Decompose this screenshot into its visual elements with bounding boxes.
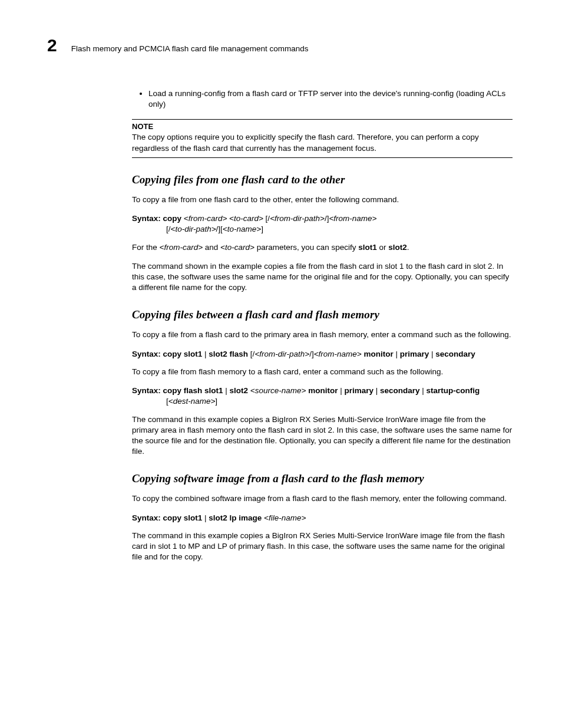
syntax-text: /][ xyxy=(216,225,223,233)
s1-intro: To copy a file from one flash card to th… xyxy=(132,195,513,205)
s3-syntax: Syntax: copy slot1 | slot2 lp image <fil… xyxy=(132,513,513,523)
s2-mid: To copy a file from flash memory to a fl… xyxy=(132,367,513,377)
note-label: NOTE xyxy=(132,122,513,131)
text-bold: slot2 xyxy=(388,243,407,252)
syntax-label: Syntax: xyxy=(132,513,163,522)
syntax-cmd: slot2 xyxy=(230,386,250,395)
syntax-cmd: secondary xyxy=(380,386,422,395)
syntax-cmd: slot2 flash xyxy=(209,350,250,358)
s2-intro: To copy a file from a flash card to the … xyxy=(132,330,513,340)
s3-para: The command in this example copies a Big… xyxy=(132,531,513,563)
syntax-cmd: primary xyxy=(400,350,431,358)
s2-syntax2-line2: [<dest-name>] xyxy=(166,396,513,407)
syntax-arg: <from-dir-path> xyxy=(254,350,309,358)
syntax-arg: <from-name> xyxy=(329,214,376,223)
syntax-cmd: copy slot1 xyxy=(163,350,205,358)
s2-syntax1: Syntax: copy slot1 | slot2 flash [/<from… xyxy=(132,349,513,360)
text-ital: <to-card> xyxy=(220,243,254,252)
bullet-list: Load a running-config from a flash card … xyxy=(132,88,513,110)
chapter-number: 2 xyxy=(47,35,57,55)
s1-syntax: Syntax: copy <from-card> <to-card> [/<fr… xyxy=(132,213,513,235)
s2-syntax2-line1: Syntax: copy flash slot1 | slot2 <source… xyxy=(132,386,513,396)
syntax-label: Syntax: xyxy=(132,350,163,358)
section-heading-2: Copying files between a flash card and f… xyxy=(132,308,513,321)
text: For the xyxy=(132,243,160,252)
syntax-cmd: slot2 lp image xyxy=(209,513,264,522)
syntax-cmd: copy slot1 xyxy=(163,513,205,522)
syntax-arg: <from-card> <to-card> xyxy=(184,214,266,223)
note-text: The copy options require you to explicit… xyxy=(132,132,513,153)
syntax-cmd: startup-config xyxy=(427,386,480,395)
page-header: 2 Flash memory and PCMCIA flash card fil… xyxy=(47,35,515,55)
s3-intro: To copy the combined software image from… xyxy=(132,493,513,504)
syntax-text: [/ xyxy=(266,214,270,223)
section-heading-3: Copying software image from a flash card… xyxy=(132,472,513,485)
syntax-cmd: copy xyxy=(163,214,184,223)
text: parameters, you can specify xyxy=(254,243,358,252)
text-bold: slot1 xyxy=(358,243,377,252)
syntax-cmd: monitor xyxy=(363,350,395,358)
syntax-cmd: secondary xyxy=(435,350,475,358)
rule-bottom xyxy=(132,157,513,158)
syntax-text: | xyxy=(225,386,229,395)
bullet-item: Load a running-config from a flash card … xyxy=(148,88,513,110)
text: and xyxy=(203,243,220,252)
running-head: Flash memory and PCMCIA flash card file … xyxy=(71,44,309,53)
syntax-arg: <source-name> xyxy=(250,386,308,395)
syntax-text: /] xyxy=(309,350,314,358)
syntax-arg: <to-dir-path> xyxy=(171,225,216,233)
s1-para2: The command shown in the example copies … xyxy=(132,261,513,294)
syntax-label: Syntax: xyxy=(132,386,163,395)
syntax-arg: <from-dir-path> xyxy=(270,214,325,223)
main-content: Load a running-config from a flash card … xyxy=(132,88,513,562)
syntax-arg: <to-name> xyxy=(223,225,261,233)
syntax-arg: <dest-name> xyxy=(168,397,216,406)
syntax-text: | xyxy=(376,386,380,395)
syntax-cmd: monitor xyxy=(308,386,340,395)
s2-para: The command in this example copies a Big… xyxy=(132,414,513,457)
syntax-text: | xyxy=(395,350,399,358)
syntax-arg: <file-name> xyxy=(264,513,306,522)
s2-syntax2: Syntax: copy flash slot1 | slot2 <source… xyxy=(132,386,513,407)
s1-para1: For the <from-card> and <to-card> parame… xyxy=(132,242,513,253)
syntax-text: ] xyxy=(261,225,263,233)
s1-syntax-line2: [/<to-dir-path>/][<to-name>] xyxy=(166,224,513,235)
s1-syntax-line1: Syntax: copy <from-card> <to-card> [/<fr… xyxy=(132,213,513,224)
syntax-text: ] xyxy=(215,397,217,406)
syntax-text: | xyxy=(422,386,426,395)
rule-top xyxy=(132,119,513,120)
syntax-cmd: copy flash slot1 xyxy=(163,386,226,395)
text: . xyxy=(407,243,409,252)
section-heading-1: Copying files from one flash card to the… xyxy=(132,173,513,186)
syntax-arg: <from-name> xyxy=(314,350,364,358)
syntax-text: [/ xyxy=(166,225,171,233)
syntax-label: Syntax: xyxy=(132,214,163,223)
text-ital: <from-card> xyxy=(160,243,203,252)
syntax-cmd: primary xyxy=(344,386,375,395)
text: or xyxy=(377,243,389,252)
